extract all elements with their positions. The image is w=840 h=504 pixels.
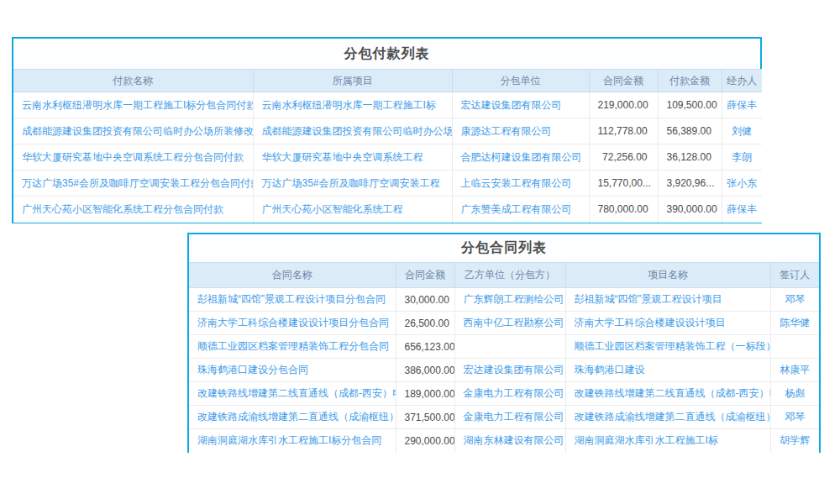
- column-header: 合同金额: [589, 70, 658, 92]
- column-header: 所属项目: [253, 70, 452, 92]
- cell-link[interactable]: 成都能源建设集团投资有限公司临时办公场所装修改造...: [13, 118, 253, 144]
- cell-link[interactable]: 薛保丰: [722, 92, 762, 118]
- cell-link[interactable]: 万达广场35#会所及咖啡厅空调安装工程分包合同付款: [13, 171, 253, 197]
- cell-value: 386,000.00: [396, 359, 454, 382]
- contract-list-table: 合同名称合同金额乙方单位（分包方）项目名称签订人 彭祖新城“四馆”景观工程设计项…: [189, 262, 819, 453]
- cell-link[interactable]: 改建铁路线增建第二线直通线（成都-西安）电力线...: [565, 382, 770, 406]
- cell-value: 390,000.00: [658, 197, 722, 223]
- cell-link[interactable]: 珠海鹤港口建设: [565, 359, 770, 382]
- cell-link[interactable]: 华软大厦研究基地中央空调系统工程: [253, 144, 452, 171]
- cell-link[interactable]: 林康平: [770, 359, 819, 382]
- cell-value: 15,770,00...: [589, 171, 658, 197]
- cell-link[interactable]: 李朗: [722, 144, 762, 171]
- table-row: 湖南洞庭湖水库引水工程施工I标分包合同290,000.00湖南东林建设有限公司湖…: [189, 429, 819, 453]
- payment-list-panel: 分包付款列表 付款名称所属项目分包单位合同金额付款金额经办人 云南水利枢纽潜明水…: [12, 37, 762, 223]
- cell-value: 56,389.00: [658, 118, 722, 144]
- cell-value: 219,000.00: [589, 92, 658, 118]
- cell-link[interactable]: 彭祖新城“四馆”景观工程设计项目: [565, 288, 770, 312]
- column-header: 分包单位: [452, 70, 589, 92]
- cell-value: 3,920,96...: [658, 171, 722, 197]
- cell-link[interactable]: 张小东: [722, 171, 762, 197]
- table-row: 云南水利枢纽潜明水库一期工程施工I标分包合同付款云南水利枢纽潜明水库一期工程施工…: [13, 92, 762, 118]
- cell-link[interactable]: 成都能源建设集团投资有限公司临时办公场所...: [253, 118, 452, 144]
- cell-value: [770, 335, 819, 359]
- cell-link[interactable]: 宏达建设集团有限公司: [454, 359, 565, 382]
- cell-link[interactable]: 上临云安装工程有限公司: [452, 171, 589, 197]
- table-row: 改建铁路线增建第二线直通线（成都-西安）电力线...189,000.00金康电力…: [189, 382, 819, 406]
- cell-link[interactable]: 珠海鹤港口建设分包合同: [189, 359, 396, 382]
- table-row: 顺德工业园区档案管理精装饰工程分包合同656,123.00顺德工业园区档案管理精…: [189, 335, 819, 359]
- contract-list-panel: 分包合同列表 合同名称合同金额乙方单位（分包方）项目名称签订人 彭祖新城“四馆”…: [187, 233, 821, 453]
- cell-link[interactable]: 陈华健: [770, 312, 819, 335]
- column-header: 合同名称: [189, 263, 396, 288]
- table-row: 万达广场35#会所及咖啡厅空调安装工程分包合同付款万达广场35#会所及咖啡厅空调…: [13, 171, 762, 197]
- cell-link[interactable]: 云南水利枢纽潜明水库一期工程施工I标分包合同付款: [13, 92, 253, 118]
- cell-value: 112,778.00: [589, 118, 658, 144]
- payment-list-title: 分包付款列表: [13, 39, 760, 69]
- cell-link[interactable]: 湖南洞庭湖水库引水工程施工I标分包合同: [189, 429, 396, 453]
- cell-value: [454, 335, 565, 359]
- cell-value: 656,123.00: [396, 335, 454, 359]
- cell-link[interactable]: 杨彪: [770, 382, 819, 406]
- cell-link[interactable]: 湖南洞庭湖水库引水工程施工I标: [565, 429, 770, 453]
- cell-value: 30,000.00: [396, 288, 454, 312]
- column-header: 付款名称: [13, 70, 253, 92]
- cell-link[interactable]: 改建铁路线增建第二线直通线（成都-西安）电力线...: [189, 382, 396, 406]
- cell-link[interactable]: 西南中亿工程勘察公司: [454, 312, 565, 335]
- cell-value: 189,000.00: [396, 382, 454, 406]
- cell-link[interactable]: 邓琴: [770, 406, 819, 429]
- cell-value: 109,500.00: [658, 92, 722, 118]
- column-header: 合同金额: [396, 263, 454, 288]
- payment-list-table: 付款名称所属项目分包单位合同金额付款金额经办人 云南水利枢纽潜明水库一期工程施工…: [13, 69, 762, 223]
- payment-header-row: 付款名称所属项目分包单位合同金额付款金额经办人: [13, 70, 762, 92]
- cell-link[interactable]: 顺德工业园区档案管理精装饰工程（一标段）: [565, 335, 770, 359]
- table-row: 成都能源建设集团投资有限公司临时办公场所装修改造...成都能源建设集团投资有限公…: [13, 118, 762, 144]
- cell-link[interactable]: 改建铁路成渝线增建第二直通线（成渝枢纽）电力...: [565, 406, 770, 429]
- cell-link[interactable]: 康源达工程有限公司: [452, 118, 589, 144]
- cell-value: 780,000.00: [589, 197, 658, 223]
- cell-value: 36,128.00: [658, 144, 722, 171]
- cell-value: 26,500.00: [396, 312, 454, 335]
- cell-link[interactable]: 云南水利枢纽潜明水库一期工程施工I标: [253, 92, 452, 118]
- column-header: 签订人: [770, 263, 819, 288]
- cell-link[interactable]: 广东辉朗工程测绘公司: [454, 288, 565, 312]
- cell-link[interactable]: 广州天心苑小区智能化系统工程分包合同付款: [13, 197, 253, 223]
- cell-value: 371,500.00: [396, 406, 454, 429]
- table-row: 彭祖新城“四馆”景观工程设计项目分包合同30,000.00广东辉朗工程测绘公司彭…: [189, 288, 819, 312]
- cell-link[interactable]: 济南大学工科综合楼建设设计项目分包合同: [189, 312, 396, 335]
- cell-value: 290,000.00: [396, 429, 454, 453]
- cell-link[interactable]: 邓琴: [770, 288, 819, 312]
- cell-link[interactable]: 顺德工业园区档案管理精装饰工程分包合同: [189, 335, 396, 359]
- cell-link[interactable]: 万达广场35#会所及咖啡厅空调安装工程: [253, 171, 452, 197]
- cell-link[interactable]: 金康电力工程有限公司: [454, 406, 565, 429]
- cell-link[interactable]: 彭祖新城“四馆”景观工程设计项目分包合同: [189, 288, 396, 312]
- cell-link[interactable]: 刘健: [722, 118, 762, 144]
- cell-link[interactable]: 宏达建设集团有限公司: [452, 92, 589, 118]
- cell-link[interactable]: 薛保丰: [722, 197, 762, 223]
- table-row: 改建铁路成渝线增建第二直通线（成渝枢纽）电力...371,500.00金康电力工…: [189, 406, 819, 429]
- cell-link[interactable]: 金康电力工程有限公司: [454, 382, 565, 406]
- table-row: 广州天心苑小区智能化系统工程分包合同付款广州天心苑小区智能化系统工程广东赞美成工…: [13, 197, 762, 223]
- cell-link[interactable]: 湖南东林建设有限公司: [454, 429, 565, 453]
- column-header: 经办人: [722, 70, 762, 92]
- cell-link[interactable]: 广东赞美成工程有限公司: [452, 197, 589, 223]
- cell-link[interactable]: 改建铁路成渝线增建第二直通线（成渝枢纽）电力...: [189, 406, 396, 429]
- cell-link[interactable]: 胡学辉: [770, 429, 819, 453]
- column-header: 乙方单位（分包方）: [454, 263, 565, 288]
- contract-header-row: 合同名称合同金额乙方单位（分包方）项目名称签订人: [189, 263, 819, 288]
- cell-link[interactable]: 济南大学工科综合楼建设设计项目: [565, 312, 770, 335]
- cell-link[interactable]: 华软大厦研究基地中央空调系统工程分包合同付款: [13, 144, 253, 171]
- table-row: 华软大厦研究基地中央空调系统工程分包合同付款华软大厦研究基地中央空调系统工程合肥…: [13, 144, 762, 171]
- table-row: 珠海鹤港口建设分包合同386,000.00宏达建设集团有限公司珠海鹤港口建设林康…: [189, 359, 819, 382]
- cell-link[interactable]: 合肥达柯建设集团有限公司: [452, 144, 589, 171]
- contract-list-title: 分包合同列表: [189, 234, 819, 262]
- column-header: 项目名称: [565, 263, 770, 288]
- cell-link[interactable]: 广州天心苑小区智能化系统工程: [253, 197, 452, 223]
- column-header: 付款金额: [658, 70, 722, 92]
- cell-value: 72,256.00: [589, 144, 658, 171]
- table-row: 济南大学工科综合楼建设设计项目分包合同26,500.00西南中亿工程勘察公司济南…: [189, 312, 819, 335]
